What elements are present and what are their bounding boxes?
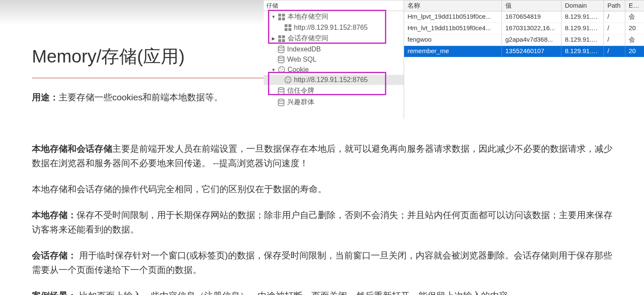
label-session-storage: 会话存储： xyxy=(32,250,77,260)
col-path[interactable]: Path xyxy=(604,0,625,11)
cell-path: / xyxy=(604,34,625,45)
grid-icon xyxy=(278,35,285,43)
svg-rect-6 xyxy=(285,28,288,31)
cell-domain: 8.129.91.1... xyxy=(561,23,604,34)
tree-label: IndexedDB xyxy=(287,45,321,53)
chevron-right-icon: ▶ xyxy=(271,37,276,41)
cell-exp: 会 xyxy=(625,34,642,45)
col-exp[interactable]: Exp xyxy=(625,0,642,11)
database-icon xyxy=(277,87,285,95)
svg-point-18 xyxy=(282,71,283,71)
svg-rect-7 xyxy=(288,28,291,31)
cell-exp: 会 xyxy=(625,11,642,23)
cell-name: Hm_lvt_19dd11b0519f0ce4... xyxy=(404,23,502,34)
cell-path: / xyxy=(604,11,625,23)
svg-point-16 xyxy=(282,69,283,70)
label-usage: 用途： xyxy=(32,92,59,102)
cell-domain: 8.129.91.1... xyxy=(561,11,604,23)
col-domain[interactable]: Domain xyxy=(561,0,604,11)
tree-label: http://8.129.91.152:8765 xyxy=(294,76,368,84)
svg-point-20 xyxy=(287,79,288,79)
text-scenario: 比如页面上输入一些内容信息（注册信息），中途被打断，页面关闭，然后重新打开，能保… xyxy=(77,291,517,295)
tree-interest-groups[interactable]: 兴趣群体 xyxy=(264,96,404,108)
text-storage-intro: 主要是前端开发人员在前端设置，一旦数据保存在本地后，就可以避免再向服务器请求数据… xyxy=(32,144,613,168)
grid-icon xyxy=(278,13,285,21)
cell-path: / xyxy=(604,23,625,34)
svg-rect-5 xyxy=(288,24,291,27)
text-usage: 主要存储一些cookies和前端本地数据等。 xyxy=(59,92,223,102)
tree-label: 本地存储空间 xyxy=(288,12,328,21)
tree-websql[interactable]: Web SQL xyxy=(264,54,404,65)
devtools-panel: 仔储 ▼ 本地存储空间 http://8.129.91.152:8765 ▶ 会… xyxy=(264,0,644,119)
cookie-icon xyxy=(284,76,292,84)
svg-point-23 xyxy=(289,81,290,82)
svg-rect-4 xyxy=(285,24,288,27)
label-local-storage: 本地存储： xyxy=(32,210,77,220)
col-value[interactable]: 值 xyxy=(502,0,561,11)
tree-label: http://8.129.91.152:8765 xyxy=(294,24,368,31)
svg-rect-8 xyxy=(278,35,281,38)
svg-point-13 xyxy=(278,56,284,58)
database-icon xyxy=(277,56,285,63)
cell-value: g2apa4v7d368... xyxy=(502,34,561,45)
title-underline xyxy=(32,78,270,78)
svg-rect-10 xyxy=(278,39,281,42)
svg-rect-2 xyxy=(278,17,281,20)
svg-rect-3 xyxy=(282,17,285,20)
table-row-selected[interactable]: remember_me 13552460107 8.129.91.1... / … xyxy=(404,46,644,57)
paragraph-scenario: 案例场景： 比如页面上输入一些内容信息（注册信息），中途被打断，页面关闭，然后重… xyxy=(32,289,615,295)
cookie-table: 名称 值 Domain Path Exp Hm_lpvt_19dd11b0519… xyxy=(404,0,644,119)
chevron-down-icon: ▼ xyxy=(271,68,276,72)
tree-session-storage[interactable]: ▶ 会话存储空间 xyxy=(264,33,404,44)
cell-domain: 8.129.91.1... xyxy=(561,34,604,45)
cell-value: 1670654819 xyxy=(502,11,561,23)
table-row[interactable]: fengwoo g2apa4v7d368... 8.129.91.1... / … xyxy=(404,34,644,46)
svg-rect-9 xyxy=(282,35,285,38)
database-icon xyxy=(277,45,285,53)
table-row[interactable]: Hm_lvt_19dd11b0519f0ce4... 1670313022,16… xyxy=(404,23,644,34)
col-name[interactable]: 名称 xyxy=(404,0,502,11)
cell-value: 13552460107 xyxy=(502,46,561,57)
text-session-storage: 用于临时保存针对一个窗口(或标签页)的数据，保存受时间限制，当前窗口一旦关闭，内… xyxy=(32,250,612,275)
svg-point-24 xyxy=(278,88,284,90)
svg-point-21 xyxy=(288,79,289,80)
svg-point-15 xyxy=(280,68,281,69)
svg-point-25 xyxy=(278,99,284,101)
tree-trust-tokens[interactable]: 信任令牌 xyxy=(264,85,404,96)
cookie-icon xyxy=(278,66,285,74)
tree-label: 兴趣群体 xyxy=(287,98,314,107)
tree-local-storage[interactable]: ▼ 本地存储空间 xyxy=(264,11,404,23)
tree-label: Web SQL xyxy=(287,56,316,63)
tree-label: Cookie xyxy=(288,66,309,74)
cell-name: fengwoo xyxy=(404,34,502,45)
svg-point-12 xyxy=(278,46,284,48)
table-header-row: 名称 值 Domain Path Exp xyxy=(404,0,644,11)
paragraph-difference: 本地存储和会话存储的操作代码完全相同，它们的区别仅在于数据的寿命。 xyxy=(32,182,615,197)
tree-label: 会话存储空间 xyxy=(288,34,328,43)
paragraph-session-storage: 会话存储： 用于临时保存针对一个窗口(或标签页)的数据，保存受时间限制，当前窗口… xyxy=(32,248,615,278)
label-scenario: 案例场景： xyxy=(32,291,77,295)
tree-indexeddb[interactable]: IndexedDB xyxy=(264,44,404,54)
label-storage-intro: 本地存储和会话存储 xyxy=(32,144,112,153)
tab-storage[interactable]: 仔储 xyxy=(264,1,404,11)
cell-domain: 8.129.91.1... xyxy=(561,46,604,57)
svg-point-19 xyxy=(285,77,291,83)
tree-cookie-url[interactable]: http://8.129.91.152:8765 xyxy=(264,75,404,85)
chevron-down-icon: ▼ xyxy=(271,15,276,19)
storage-tree: 仔储 ▼ 本地存储空间 http://8.129.91.152:8765 ▶ 会… xyxy=(264,0,404,119)
grid-icon xyxy=(284,24,292,31)
text-local-storage: 保存不受时间限制，用于长期保存网站的数据；除非用户自己删除，否则不会消失；并且站… xyxy=(32,210,613,235)
svg-rect-1 xyxy=(282,14,285,17)
tree-local-storage-url[interactable]: http://8.129.91.152:8765 xyxy=(264,23,404,33)
database-icon xyxy=(277,99,285,106)
tree-label: 信任令牌 xyxy=(287,86,314,95)
cell-exp: 20 xyxy=(625,46,642,57)
table-row[interactable]: Hm_lpvt_19dd11b0519f0ce... 1670654819 8.… xyxy=(404,11,644,23)
tree-cookie[interactable]: ▼ Cookie xyxy=(264,65,404,75)
svg-point-17 xyxy=(281,71,282,71)
svg-rect-11 xyxy=(282,39,285,42)
svg-point-14 xyxy=(279,67,285,73)
cell-name: remember_me xyxy=(404,46,502,57)
cell-name: Hm_lpvt_19dd11b0519f0ce... xyxy=(404,11,502,23)
cell-exp: 20 xyxy=(625,23,642,34)
